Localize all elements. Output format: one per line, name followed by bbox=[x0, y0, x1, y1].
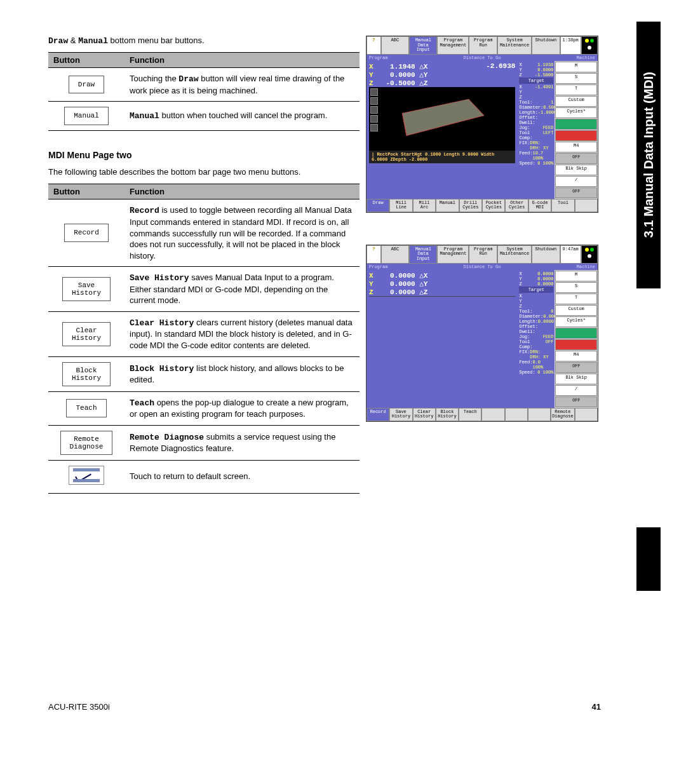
status-leds bbox=[581, 36, 598, 55]
cnc-screenshot-2: ? ABC Manual DataInput ProgramManagement… bbox=[366, 245, 598, 422]
bbar-page-next[interactable] bbox=[575, 199, 598, 212]
workpiece-shape bbox=[402, 99, 485, 136]
toggle-off-2b[interactable]: OFF bbox=[555, 396, 597, 407]
icon-slash-2[interactable]: / bbox=[555, 385, 597, 396]
tab-sm-2[interactable]: SystemMaintenance bbox=[497, 245, 532, 264]
bbar2-teach[interactable]: Teach bbox=[459, 408, 481, 421]
bbar2-clear-history[interactable]: Clear History bbox=[413, 408, 436, 421]
function-return: Touch to return to default screen. bbox=[124, 460, 360, 493]
col2-button: Button bbox=[48, 184, 124, 199]
label-cycles-2: Cycles* bbox=[555, 316, 597, 327]
side-marker bbox=[636, 527, 661, 591]
function-clear-history: Clear History clears current history (de… bbox=[124, 311, 360, 356]
tab-shutdown[interactable]: Shutdown bbox=[532, 36, 560, 55]
gcode-line: | RectPock StartHgt 0.1000 Length 9.0000… bbox=[369, 151, 515, 163]
para-page-two: The following table describes the bottom… bbox=[48, 166, 360, 178]
bbar2-save-history[interactable]: Save History bbox=[389, 408, 412, 421]
intro-manual: Manual bbox=[78, 36, 108, 46]
icon-slash[interactable]: / bbox=[555, 176, 597, 187]
function-record: Record is used to toggle between recordi… bbox=[124, 199, 360, 267]
button-remote-diagnose[interactable]: Remote Diagnose bbox=[60, 431, 113, 455]
label-custom: Custom bbox=[555, 96, 597, 107]
clock-2: 9:47am bbox=[560, 245, 581, 264]
bbar2-remote-diagnose[interactable]: Remote Diagnose bbox=[551, 408, 575, 421]
bbar-pocket-cycles[interactable]: Pocket Cycles bbox=[482, 199, 505, 212]
band-machine-2: Machine bbox=[574, 264, 598, 270]
icon-s[interactable]: S bbox=[555, 73, 597, 84]
icon-t[interactable]: T bbox=[555, 84, 597, 95]
function-draw: Touching the Draw button will view real … bbox=[124, 68, 360, 102]
table-mdi-page-two: Button Function Record Record is used to… bbox=[48, 184, 360, 493]
label-cycles: Cycles* bbox=[555, 107, 597, 118]
function-save-history: Save History saves Manual Data Input to … bbox=[124, 267, 360, 312]
band-distance: Distance To Go bbox=[390, 55, 574, 61]
col2-function: Function bbox=[124, 184, 360, 199]
label-custom-2: Custom bbox=[555, 305, 597, 316]
icon-m4-2[interactable]: M4 bbox=[555, 351, 597, 362]
icon-t-2[interactable]: T bbox=[555, 294, 597, 304]
button-manual[interactable]: Manual bbox=[64, 107, 109, 125]
bottom-bar-2: Record Save History Clear History Block … bbox=[367, 408, 598, 421]
function-block-history: Block History list block history, and al… bbox=[124, 356, 360, 391]
icon-m4[interactable]: M4 bbox=[555, 142, 597, 152]
button-block-history[interactable]: Block History bbox=[62, 362, 111, 386]
toggle-off-2[interactable]: OFF bbox=[555, 187, 597, 198]
icon-m[interactable]: M bbox=[555, 62, 597, 72]
page-number: 41 bbox=[592, 702, 601, 712]
icon-cycle-2b[interactable] bbox=[555, 339, 597, 350]
tab-pm-2[interactable]: ProgramManagement bbox=[437, 245, 469, 264]
button-save-history[interactable]: Save History bbox=[62, 277, 111, 301]
icon-m-2[interactable]: M bbox=[555, 271, 597, 281]
toggle-off-1[interactable]: OFF bbox=[555, 153, 597, 164]
tab-shutdown-2[interactable]: Shutdown bbox=[532, 245, 560, 264]
band-program-2: Program bbox=[367, 264, 390, 270]
3d-view bbox=[369, 87, 515, 151]
tab-program-run[interactable]: Program Run bbox=[469, 36, 497, 55]
label-blk-skip-2: Blk Skip bbox=[555, 374, 597, 384]
button-clear-history[interactable]: Clear History bbox=[62, 322, 111, 346]
bbar-mill-line[interactable]: Mill Line bbox=[389, 199, 412, 212]
side-data-2: X0.0000 Y0.0000 Z0.0000 Target X Y Z Too… bbox=[518, 270, 555, 408]
toggle-off-1b[interactable]: OFF bbox=[555, 362, 597, 373]
tab-abc-2[interactable]: ABC bbox=[381, 245, 409, 264]
help-icon-2[interactable]: ? bbox=[367, 245, 381, 264]
icon-cycle-1b[interactable] bbox=[555, 328, 597, 339]
icon-s-2[interactable]: S bbox=[555, 282, 597, 293]
button-teach[interactable]: Teach bbox=[66, 399, 106, 417]
bbar2-blank2 bbox=[505, 408, 528, 421]
right-icon-bar: M S T Custom Cycles* M4 OFF Blk Skip / O… bbox=[555, 61, 598, 199]
footer-product: ACU-RITE 3500i bbox=[48, 702, 110, 712]
function-manual: Manual button when touched will cancel t… bbox=[124, 102, 360, 131]
band-program: Program bbox=[367, 55, 390, 61]
tab-mdi-2[interactable]: Manual DataInput bbox=[409, 245, 437, 264]
bbar-other-cycles[interactable]: Other Cycles bbox=[505, 199, 528, 212]
button-return-default[interactable] bbox=[69, 466, 104, 485]
bbar-gcode-mdi[interactable]: G-code MDI bbox=[528, 199, 551, 212]
tab-system-maintenance[interactable]: SystemMaintenance bbox=[497, 36, 532, 55]
bbar-draw[interactable]: Draw bbox=[367, 199, 389, 212]
button-draw[interactable]: Draw bbox=[69, 76, 104, 94]
icon-cycle-1[interactable] bbox=[555, 119, 597, 130]
section-tab: 3.1 Manual Data Input (MDI) bbox=[636, 22, 661, 288]
dro-panel-2: X 0.0000 △X Y 0.0000 △Y Z 0.0000 △Z bbox=[367, 270, 518, 408]
tab-abc[interactable]: ABC bbox=[381, 36, 409, 55]
clock: 1:38pm bbox=[560, 36, 581, 55]
bbar-manual[interactable]: Manual bbox=[436, 199, 459, 212]
bbar2-page[interactable] bbox=[575, 408, 598, 421]
tab-pr-2[interactable]: Program Run bbox=[469, 245, 497, 264]
bbar2-block-history[interactable]: Block History bbox=[436, 408, 459, 421]
bbar-mill-arc[interactable]: Mill Arc bbox=[413, 199, 436, 212]
icon-cycle-2[interactable] bbox=[555, 130, 597, 141]
bbar-drill-cycles[interactable]: Drill Cycles bbox=[459, 199, 482, 212]
view-tool-icons[interactable] bbox=[369, 87, 379, 151]
button-record[interactable]: Record bbox=[64, 224, 109, 242]
table-draw-manual: Button Function Draw Touching the Draw b… bbox=[48, 52, 360, 131]
tab-mdi[interactable]: Manual DataInput bbox=[409, 36, 437, 55]
function-remote-diagnose: Remote Diagnose submits a service reques… bbox=[124, 425, 360, 460]
tab-program-management[interactable]: ProgramManagement bbox=[437, 36, 469, 55]
function-teach: Teach opens the pop-up dialogue to creat… bbox=[124, 391, 360, 425]
bbar-tool[interactable]: Tool bbox=[551, 199, 574, 212]
help-icon[interactable]: ? bbox=[367, 36, 381, 55]
bbar2-record[interactable]: Record bbox=[367, 408, 389, 421]
right-icon-bar-2: M S T Custom Cycles* M4 OFF Blk Skip / O… bbox=[555, 270, 598, 408]
